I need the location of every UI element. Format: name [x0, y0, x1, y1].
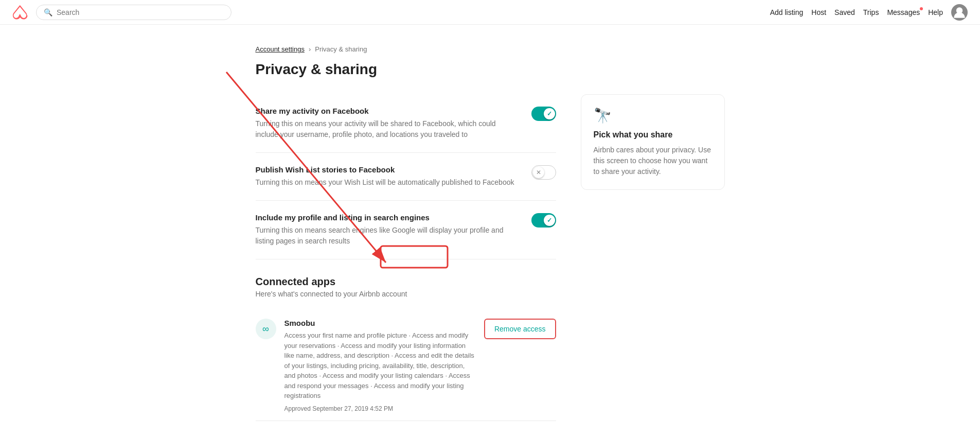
setting-facebook-activity-title: Share my activity on Facebook [256, 107, 519, 115]
header-nav: Add listing Host Saved Trips Messages He… [770, 4, 968, 21]
breadcrumb: Account settings › Privacy & sharing [256, 45, 725, 53]
search-icon: 🔍 [44, 8, 52, 16]
setting-search-engines-text: Include my profile and listing in search… [256, 213, 519, 247]
setting-search-engines-desc: Turning this on means search engines lik… [256, 225, 519, 247]
connected-apps-section: Connected apps Here's what's connected t… [256, 276, 556, 421]
smoobu-details: Smoobu Access your first name and profil… [284, 319, 476, 412]
setting-facebook-activity-text: Share my activity on Facebook Turning th… [256, 107, 519, 140]
header-left: 🔍 [12, 4, 231, 21]
breadcrumb-parent[interactable]: Account settings [256, 45, 305, 53]
breadcrumb-current: Privacy & sharing [315, 45, 367, 53]
host-link[interactable]: Host [811, 8, 826, 16]
page-title: Privacy & sharing [256, 61, 725, 78]
toggle-search-engines[interactable]: ✓ [531, 213, 556, 228]
smoobu-approved-date: Approved September 27, 2019 4:52 PM [284, 405, 476, 412]
app-item-smoobu: ∞ Smoobu Access your first name and prof… [256, 310, 556, 421]
side-card-title: Pick what you share [594, 130, 712, 139]
toggle-check-icon: ✓ [547, 110, 552, 117]
messages-link[interactable]: Messages [887, 8, 920, 16]
toggle-x-icon: ✕ [536, 169, 541, 176]
setting-wishlist-facebook-title: Publish Wish List stories to Facebook [256, 165, 519, 174]
connected-apps-subtext: Here's what's connected to your Airbnb a… [256, 290, 556, 298]
help-link[interactable]: Help [928, 8, 943, 16]
setting-facebook-activity-desc: Turning this on means your activity will… [256, 118, 519, 140]
airbnb-logo[interactable] [12, 4, 28, 21]
setting-search-engines: Include my profile and listing in search… [256, 201, 556, 259]
smoobu-icon-symbol: ∞ [262, 324, 269, 335]
messages-notification-dot [920, 7, 923, 10]
connected-apps-heading: Connected apps [256, 276, 556, 288]
toggle-wishlist-facebook[interactable]: ✕ [531, 165, 556, 180]
breadcrumb-separator: › [309, 45, 311, 53]
smoobu-desc: Access your first name and profile pictu… [284, 330, 476, 401]
toggle-knob-facebook: ✓ [544, 108, 555, 119]
side-column: 🔭 Pick what you share Airbnb cares about… [581, 94, 725, 421]
side-card-text: Airbnb cares about your privacy. Use thi… [594, 145, 712, 177]
setting-facebook-activity: Share my activity on Facebook Turning th… [256, 94, 556, 153]
toggle-check-search-icon: ✓ [547, 217, 552, 224]
header: 🔍 Add listing Host Saved Trips Messages … [0, 0, 980, 25]
remove-access-wrapper: Remove access [484, 319, 556, 339]
setting-wishlist-facebook-text: Publish Wish List stories to Facebook Tu… [256, 165, 519, 188]
setting-wishlist-facebook: Publish Wish List stories to Facebook Tu… [256, 153, 556, 201]
setting-search-engines-title: Include my profile and listing in search… [256, 213, 519, 222]
smoobu-name: Smoobu [284, 319, 476, 327]
main-content: Account settings › Privacy & sharing Pri… [243, 25, 737, 437]
toggle-facebook-activity[interactable]: ✓ [531, 107, 556, 121]
user-avatar[interactable] [951, 4, 968, 21]
saved-link[interactable]: Saved [834, 8, 855, 16]
trips-link[interactable]: Trips [863, 8, 879, 16]
setting-wishlist-facebook-desc: Turning this on means your Wish List wil… [256, 177, 519, 188]
binoculars-icon: 🔭 [594, 107, 712, 124]
content-area: Share my activity on Facebook Turning th… [256, 94, 725, 421]
remove-access-button[interactable]: Remove access [484, 319, 556, 339]
smoobu-icon: ∞ [256, 319, 276, 339]
toggle-knob-wishlist: ✕ [533, 167, 544, 178]
add-listing-link[interactable]: Add listing [770, 8, 804, 16]
side-card: 🔭 Pick what you share Airbnb cares about… [581, 94, 725, 190]
main-column: Share my activity on Facebook Turning th… [256, 94, 556, 421]
search-input[interactable] [57, 8, 224, 16]
search-bar[interactable]: 🔍 [36, 5, 231, 20]
toggle-knob-search: ✓ [544, 215, 555, 226]
